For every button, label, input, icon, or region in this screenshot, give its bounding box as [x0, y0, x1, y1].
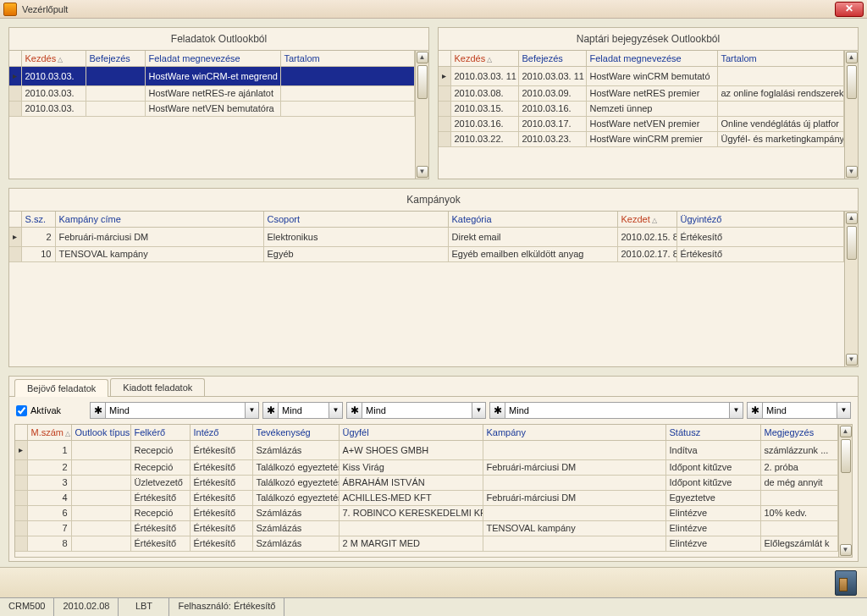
filter-combo-3[interactable]: ✱Mind▼ — [346, 402, 486, 419]
cell[interactable]: Egyéb — [263, 246, 448, 261]
cell[interactable]: 2010.03.16. — [518, 101, 586, 116]
cell[interactable]: 10 — [21, 246, 55, 261]
cell[interactable]: Értékesítő — [190, 505, 252, 520]
cell[interactable]: HostWare winCRM-et megrend — [145, 66, 280, 85]
asterisk-icon[interactable]: ✱ — [91, 403, 106, 418]
cell[interactable]: 2010.03.03. — [21, 101, 86, 116]
scrollbar[interactable]: ▲ ▼ — [415, 51, 428, 179]
table-row[interactable]: 2010.03.15.2010.03.16.Nemzeti ünnep — [439, 101, 844, 116]
cell[interactable] — [86, 85, 145, 101]
cell[interactable]: Recepció — [130, 505, 190, 520]
cell[interactable]: 2010.03.03. — [21, 66, 86, 85]
table-row[interactable]: 6RecepcióÉrtékesítőSzámlázás7. ROBINCO K… — [15, 505, 838, 520]
cell[interactable]: Recepció — [130, 440, 190, 459]
cell[interactable] — [71, 505, 130, 520]
cell[interactable]: HostWare netRES premier — [586, 85, 717, 101]
cell[interactable]: HostWare winCRM bemutató — [586, 66, 717, 85]
cell[interactable] — [717, 66, 844, 85]
cell[interactable]: Előlegszámlát k — [760, 536, 838, 551]
asterisk-icon[interactable]: ✱ — [263, 403, 279, 418]
cell[interactable]: Értékesítő — [190, 440, 252, 459]
tab-incoming[interactable]: Bejövő feladatok — [14, 379, 108, 397]
cell[interactable]: HostWare netVEN premier — [586, 116, 717, 131]
table-row[interactable]: 2010.03.03.HostWare netVEN bemutatóra — [9, 101, 415, 116]
asterisk-icon[interactable]: ✱ — [748, 403, 763, 418]
cell[interactable]: 4 — [27, 490, 71, 505]
cell[interactable]: Értékesítő — [676, 246, 844, 261]
table-row[interactable]: 2010.03.22.2010.03.23.HostWare winCRM pr… — [439, 131, 844, 146]
table-row[interactable]: 3ÜzletvezetőÉrtékesítőTalálkozó egyeztet… — [15, 475, 838, 490]
table-row[interactable]: 7ÉrtékesítőÉrtékesítőSzámlázásTENSOVAL k… — [15, 520, 838, 536]
chevron-down-icon[interactable]: ▼ — [472, 403, 485, 418]
campaigns-grid[interactable]: S.sz. Kampány címe Csoport Kategória Kez… — [9, 212, 844, 366]
cell[interactable]: 2010.03.03. 11 — [518, 66, 586, 85]
cell[interactable]: Egyeztetve — [665, 490, 760, 505]
cell[interactable] — [483, 505, 665, 520]
col-statusz[interactable]: Státusz — [665, 425, 760, 440]
col-content[interactable]: Tartalom — [717, 51, 844, 66]
scroll-thumb[interactable] — [417, 65, 428, 99]
cell[interactable]: 2010.03.23. — [518, 131, 586, 146]
cell[interactable] — [760, 490, 838, 505]
cell[interactable]: HostWare netRES-re ajánlatot — [145, 85, 280, 101]
aktivak-checkbox[interactable]: Aktívak — [16, 405, 61, 416]
cell[interactable]: Értékesítő — [130, 536, 190, 551]
col-start[interactable]: Kezdés△ — [450, 51, 518, 66]
cell[interactable] — [71, 475, 130, 490]
cell[interactable]: 6 — [27, 505, 71, 520]
cell[interactable]: 3 — [27, 475, 71, 490]
cell[interactable]: 7 — [27, 520, 71, 536]
cell[interactable]: Üzletvezető — [130, 475, 190, 490]
table-row[interactable]: 10TENSOVAL kampányEgyébEgyéb emailben el… — [9, 246, 844, 261]
cell[interactable] — [483, 440, 665, 459]
cell[interactable]: 2 — [21, 227, 55, 246]
cell[interactable] — [280, 101, 415, 116]
cell[interactable]: Recepció — [130, 459, 190, 475]
cell[interactable]: ACHILLES-MED KFT — [339, 490, 483, 505]
cell[interactable]: 2010.03.08. — [450, 85, 518, 101]
col-name[interactable]: Feladat megnevezése — [145, 51, 280, 66]
cell[interactable]: 2010.02.17. 8 — [617, 246, 676, 261]
cell[interactable] — [86, 101, 145, 116]
filter-combo-1[interactable]: ✱Mind▼ — [90, 402, 259, 419]
cell[interactable]: Elintézve — [665, 520, 760, 536]
cell[interactable]: Értékesítő — [130, 490, 190, 505]
cell[interactable]: Online vendéglátás új platfor — [717, 116, 844, 131]
cell[interactable]: HostWare winCRM premier — [586, 131, 717, 146]
cell[interactable] — [280, 85, 415, 101]
cell[interactable]: 7. ROBINCO KERESKEDELMI KFT. — [339, 505, 483, 520]
cell[interactable] — [71, 459, 130, 475]
cell[interactable]: Értékesítő — [190, 459, 252, 475]
cell[interactable]: Értékesítő — [190, 490, 252, 505]
cell[interactable]: 2010.03.17. — [518, 116, 586, 131]
scroll-down-icon[interactable]: ▼ — [417, 166, 428, 178]
scroll-up-icon[interactable]: ▲ — [840, 426, 852, 437]
filter-combo-4[interactable]: ✱Mind▼ — [489, 402, 743, 419]
cell[interactable]: 2010.03.22. — [450, 131, 518, 146]
cell[interactable]: Februári-márciusi DM — [55, 227, 263, 246]
cell[interactable]: 1 — [27, 440, 71, 459]
cell[interactable]: Értékesítő — [130, 520, 190, 536]
scroll-up-icon[interactable]: ▲ — [417, 52, 428, 63]
scroll-down-icon[interactable]: ▼ — [840, 544, 852, 556]
col-category[interactable]: Kategória — [448, 212, 617, 227]
cell[interactable]: Ügyfél- és marketingkampány — [717, 131, 844, 146]
cell[interactable]: számlázzunk ... — [760, 440, 838, 459]
table-row[interactable]: 4ÉrtékesítőÉrtékesítőTalálkozó egyezteté… — [15, 490, 838, 505]
cell[interactable]: 2 M MARGIT MED — [339, 536, 483, 551]
cell[interactable]: Értékesítő — [190, 475, 252, 490]
cell[interactable]: 2010.03.16. — [450, 116, 518, 131]
scroll-down-icon[interactable]: ▼ — [846, 166, 858, 178]
col-end[interactable]: Befejezés — [518, 51, 586, 66]
col-kampany[interactable]: Kampány — [483, 425, 665, 440]
cell[interactable]: Elektronikus — [263, 227, 448, 246]
scrollbar[interactable]: ▲ ▼ — [844, 51, 858, 179]
asterisk-icon[interactable]: ✱ — [347, 403, 362, 418]
cell[interactable] — [71, 520, 130, 536]
col-content[interactable]: Tartalom — [280, 51, 415, 66]
col-otype[interactable]: Outlook típus — [71, 425, 130, 440]
cell[interactable]: 2010.03.03. — [21, 85, 86, 101]
cell[interactable]: 2010.02.15. 8 — [617, 227, 676, 246]
cell[interactable] — [71, 536, 130, 551]
cell[interactable] — [483, 475, 665, 490]
